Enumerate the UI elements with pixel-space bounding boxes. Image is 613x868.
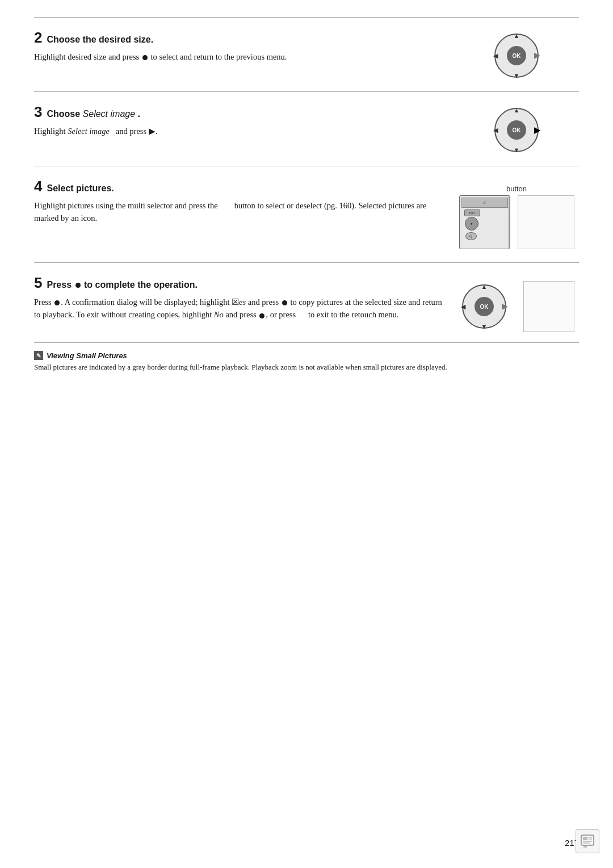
section4-right-empty-box xyxy=(518,195,574,249)
ok-diagram-3: ▲ ▼ ◀ ▶ OK xyxy=(491,104,542,156)
ok-center-5: OK xyxy=(475,297,494,316)
step5-body: Press . A confirmation dialog will be di… xyxy=(34,296,443,321)
arrow-bottom-2: ▼ xyxy=(514,72,520,79)
step3-title-suffix: . xyxy=(138,109,140,119)
note-icon: ✎ xyxy=(34,351,43,360)
cam-right-edge xyxy=(509,196,510,249)
cam-circle-btn: ● xyxy=(465,217,478,230)
step4-heading: 4 Select pictures. xyxy=(34,179,443,194)
thumb-icon-area xyxy=(576,829,599,853)
section3-left: 3 Choose Select image . Highlight Select… xyxy=(34,104,454,156)
section-step3: 3 Choose Select image . Highlight Select… xyxy=(34,91,579,166)
svg-rect-1 xyxy=(583,837,587,840)
arrow-bottom-3: ▼ xyxy=(514,146,520,153)
step2-body-text: Highlight desired size and press to sele… xyxy=(34,52,287,61)
arrow-right-2: ▶ xyxy=(534,51,540,60)
cam-iso-btn: ISO xyxy=(464,209,480,216)
section4-left: 4 Select pictures. Highlight pictures us… xyxy=(34,179,454,252)
section3-right: ▲ ▼ ◀ ▶ OK xyxy=(454,104,579,156)
section5-right: ▲ ▼ ◀ ▶ OK xyxy=(454,275,579,332)
cam-top-bar: ⁄⁄⁄ xyxy=(461,198,508,208)
step3-italic: Select image xyxy=(68,127,110,136)
bullet-5-2 xyxy=(282,300,287,305)
section5-left: 5 Press to complete the operation. Press… xyxy=(34,275,454,332)
note-heading-text: Viewing Small Pictures xyxy=(47,351,127,360)
step4-body-text: Highlight pictures using the multi selec… xyxy=(34,201,426,223)
step5-title: Press to complete the operation. xyxy=(47,280,198,290)
ok-diagram-2: ▲ ▼ ◀ ▶ OK xyxy=(491,30,542,81)
section2-left: 2 Choose the desired size. Highlight des… xyxy=(34,30,454,81)
arrow-top-3: ▲ xyxy=(514,107,520,114)
arrow-right-3: ▶ xyxy=(534,125,540,135)
step2-body: Highlight desired size and press to sele… xyxy=(34,51,443,63)
camera-diagram-4: ⁄⁄⁄ ISO ● Q xyxy=(459,195,513,252)
bullet-icon-1 xyxy=(142,55,148,60)
step3-title-prefix: Choose xyxy=(47,109,80,119)
section-step2: 2 Choose the desired size. Highlight des… xyxy=(34,17,579,91)
step3-body-text: Highlight Select image and press ▶. xyxy=(34,127,157,136)
step2-title: Choose the desired size. xyxy=(47,35,153,45)
step3-body: Highlight Select image and press ▶. xyxy=(34,125,443,137)
note-section: ✎ Viewing Small Pictures Small pictures … xyxy=(34,342,579,378)
thumb-icon-svg xyxy=(580,834,595,849)
step4-title: Select pictures. xyxy=(47,183,114,194)
section-step5: 5 Press to complete the operation. Press… xyxy=(34,262,579,342)
bullet-5-1 xyxy=(54,300,60,305)
step5-number: 5 xyxy=(34,275,42,290)
step5-no: No xyxy=(214,310,224,319)
step5-title-suffix: to complete the operation. xyxy=(84,280,198,290)
button-label: button xyxy=(506,184,527,193)
section4-diagram-area: button ⁄⁄⁄ ISO ● xyxy=(459,184,574,252)
section2-right: ▲ ▼ ◀ ▶ OK xyxy=(454,30,579,81)
step4-number: 4 xyxy=(34,179,42,194)
cam-q-btn: Q xyxy=(465,232,477,240)
step3-heading: 3 Choose Select image . xyxy=(34,104,443,119)
step4-body: Highlight pictures using the multi selec… xyxy=(34,199,443,225)
arrow-left-5: ◀ xyxy=(461,303,465,311)
cam-center-btn-area: ● xyxy=(463,217,480,230)
ok-center-3: OK xyxy=(507,120,526,140)
step2-heading: 2 Choose the desired size. xyxy=(34,30,443,45)
arrow-top-2: ▲ xyxy=(514,32,520,39)
note-body: Small pictures are indicated by a gray b… xyxy=(34,363,579,372)
arrow-left-3: ◀ xyxy=(493,127,498,134)
page-container: 2 Choose the desired size. Highlight des… xyxy=(0,0,613,412)
arrow-left-2: ◀ xyxy=(493,52,498,60)
arrow-bottom-5: ▼ xyxy=(481,323,488,330)
section5-right-empty-box xyxy=(523,281,574,332)
svg-rect-6 xyxy=(583,846,587,848)
step3-title: Choose Select image . xyxy=(47,109,140,119)
section4-right: button ⁄⁄⁄ ISO ● xyxy=(454,179,579,252)
step5-yes: es xyxy=(239,297,246,307)
bullet-5-3 xyxy=(259,313,264,318)
ok-diagram-5: ▲ ▼ ◀ ▶ OK xyxy=(459,281,510,332)
note-heading: ✎ Viewing Small Pictures xyxy=(34,351,579,360)
section-step4: 4 Select pictures. Highlight pictures us… xyxy=(34,166,579,262)
step3-number: 3 xyxy=(34,104,42,119)
bullet-icon-press xyxy=(75,283,81,288)
step2-number: 2 xyxy=(34,30,42,45)
step5-body-p1: Press . A confirmation dialog will be di… xyxy=(34,296,443,321)
cam-body: ⁄⁄⁄ ISO ● Q xyxy=(459,195,510,249)
arrow-top-5: ▲ xyxy=(481,283,488,290)
step3-title-italic: Select image xyxy=(83,109,136,119)
arrow-right-5: ▶ xyxy=(502,302,507,311)
step5-heading: 5 Press to complete the operation. xyxy=(34,275,443,290)
ok-center-2: OK xyxy=(507,46,526,65)
